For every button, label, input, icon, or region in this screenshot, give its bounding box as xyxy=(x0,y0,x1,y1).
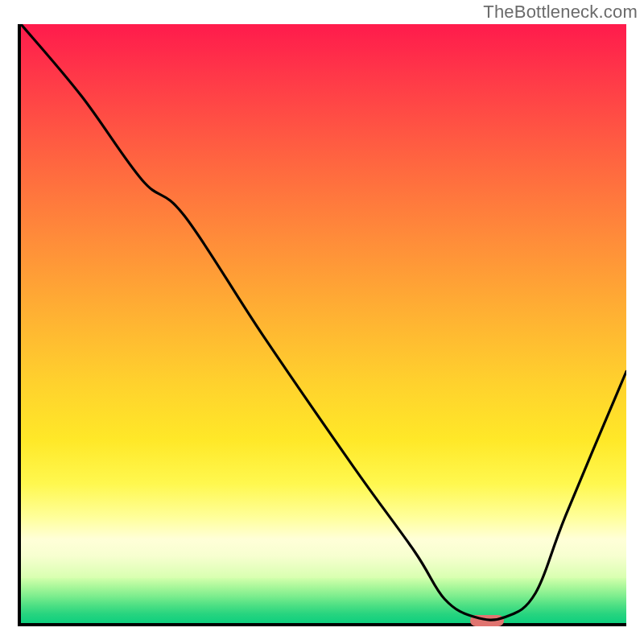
chart-canvas: TheBottleneck.com xyxy=(0,0,644,644)
optimal-marker xyxy=(470,615,504,626)
watermark-text: TheBottleneck.com xyxy=(483,2,638,23)
axes-frame xyxy=(18,24,626,626)
